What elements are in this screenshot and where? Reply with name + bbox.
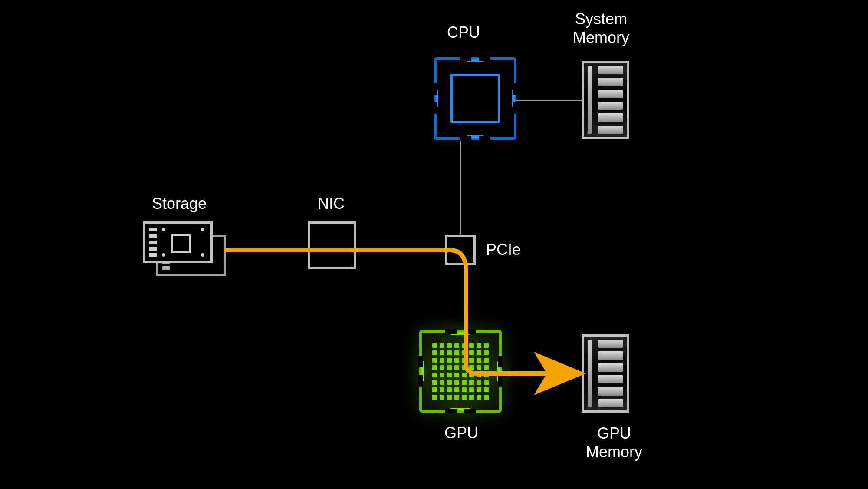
architecture-diagram: CPU System Memory Storage NIC PCIe [0,0,868,489]
storage-icon [143,221,226,278]
pcie-label: PCIe [486,241,521,259]
gpu-memory-label: GPU Memory [586,424,642,461]
nic-label: NIC [318,195,345,213]
gpu-label: GPU [444,424,478,442]
bus-cpu-to-sysmem [516,100,582,101]
nic-icon [308,221,356,269]
cpu-icon [434,57,516,140]
pcie-icon [445,235,476,265]
system-memory-icon [582,61,629,139]
bus-cpu-to-pcie [460,140,461,235]
cpu-label: CPU [447,23,480,42]
gpu-memory-icon [582,334,629,413]
system-memory-label: System Memory [573,10,629,47]
storage-label: Storage [152,195,207,213]
gpu-icon [419,330,502,413]
